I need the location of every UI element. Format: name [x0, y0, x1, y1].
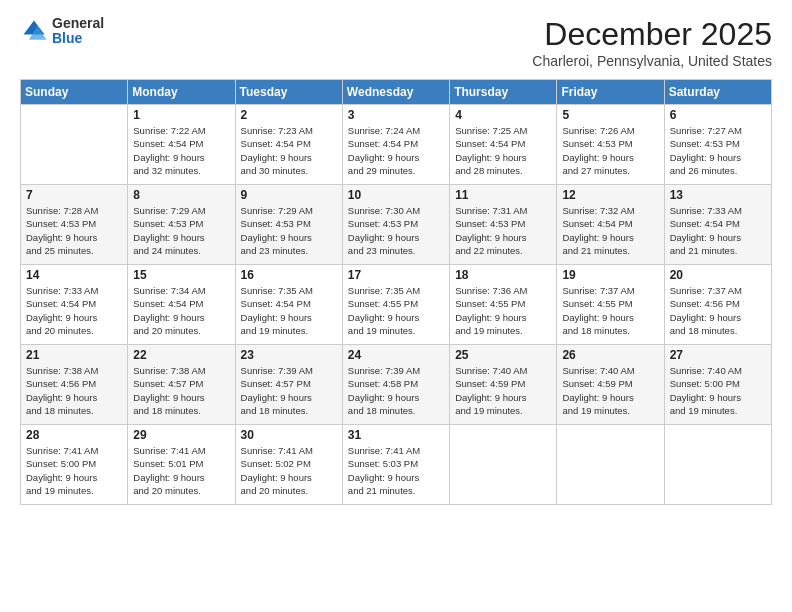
day-number: 27	[670, 348, 766, 362]
table-row: 17Sunrise: 7:35 AM Sunset: 4:55 PM Dayli…	[342, 265, 449, 345]
col-saturday: Saturday	[664, 80, 771, 105]
day-info: Sunrise: 7:41 AM Sunset: 5:03 PM Dayligh…	[348, 444, 444, 497]
day-info: Sunrise: 7:39 AM Sunset: 4:57 PM Dayligh…	[241, 364, 337, 417]
day-number: 30	[241, 428, 337, 442]
calendar-week-row: 28Sunrise: 7:41 AM Sunset: 5:00 PM Dayli…	[21, 425, 772, 505]
day-info: Sunrise: 7:27 AM Sunset: 4:53 PM Dayligh…	[670, 124, 766, 177]
day-number: 16	[241, 268, 337, 282]
day-info: Sunrise: 7:32 AM Sunset: 4:54 PM Dayligh…	[562, 204, 658, 257]
day-info: Sunrise: 7:30 AM Sunset: 4:53 PM Dayligh…	[348, 204, 444, 257]
calendar-week-row: 1Sunrise: 7:22 AM Sunset: 4:54 PM Daylig…	[21, 105, 772, 185]
page: General Blue December 2025 Charleroi, Pe…	[0, 0, 792, 612]
logo-general-text: General	[52, 16, 104, 31]
col-tuesday: Tuesday	[235, 80, 342, 105]
day-info: Sunrise: 7:36 AM Sunset: 4:55 PM Dayligh…	[455, 284, 551, 337]
table-row: 11Sunrise: 7:31 AM Sunset: 4:53 PM Dayli…	[450, 185, 557, 265]
table-row: 29Sunrise: 7:41 AM Sunset: 5:01 PM Dayli…	[128, 425, 235, 505]
col-monday: Monday	[128, 80, 235, 105]
day-info: Sunrise: 7:38 AM Sunset: 4:56 PM Dayligh…	[26, 364, 122, 417]
day-info: Sunrise: 7:35 AM Sunset: 4:54 PM Dayligh…	[241, 284, 337, 337]
day-info: Sunrise: 7:28 AM Sunset: 4:53 PM Dayligh…	[26, 204, 122, 257]
day-number: 2	[241, 108, 337, 122]
day-info: Sunrise: 7:38 AM Sunset: 4:57 PM Dayligh…	[133, 364, 229, 417]
day-number: 25	[455, 348, 551, 362]
table-row: 19Sunrise: 7:37 AM Sunset: 4:55 PM Dayli…	[557, 265, 664, 345]
day-info: Sunrise: 7:41 AM Sunset: 5:01 PM Dayligh…	[133, 444, 229, 497]
day-number: 26	[562, 348, 658, 362]
table-row: 30Sunrise: 7:41 AM Sunset: 5:02 PM Dayli…	[235, 425, 342, 505]
day-number: 10	[348, 188, 444, 202]
day-info: Sunrise: 7:23 AM Sunset: 4:54 PM Dayligh…	[241, 124, 337, 177]
day-number: 17	[348, 268, 444, 282]
day-number: 11	[455, 188, 551, 202]
logo-blue-text: Blue	[52, 31, 104, 46]
table-row: 8Sunrise: 7:29 AM Sunset: 4:53 PM Daylig…	[128, 185, 235, 265]
table-row: 3Sunrise: 7:24 AM Sunset: 4:54 PM Daylig…	[342, 105, 449, 185]
logo-icon	[20, 17, 48, 45]
table-row: 2Sunrise: 7:23 AM Sunset: 4:54 PM Daylig…	[235, 105, 342, 185]
table-row	[21, 105, 128, 185]
day-info: Sunrise: 7:35 AM Sunset: 4:55 PM Dayligh…	[348, 284, 444, 337]
day-info: Sunrise: 7:39 AM Sunset: 4:58 PM Dayligh…	[348, 364, 444, 417]
day-number: 4	[455, 108, 551, 122]
day-number: 1	[133, 108, 229, 122]
day-info: Sunrise: 7:37 AM Sunset: 4:55 PM Dayligh…	[562, 284, 658, 337]
table-row: 24Sunrise: 7:39 AM Sunset: 4:58 PM Dayli…	[342, 345, 449, 425]
day-info: Sunrise: 7:26 AM Sunset: 4:53 PM Dayligh…	[562, 124, 658, 177]
day-number: 31	[348, 428, 444, 442]
table-row: 21Sunrise: 7:38 AM Sunset: 4:56 PM Dayli…	[21, 345, 128, 425]
table-row: 15Sunrise: 7:34 AM Sunset: 4:54 PM Dayli…	[128, 265, 235, 345]
table-row: 4Sunrise: 7:25 AM Sunset: 4:54 PM Daylig…	[450, 105, 557, 185]
day-number: 20	[670, 268, 766, 282]
table-row: 27Sunrise: 7:40 AM Sunset: 5:00 PM Dayli…	[664, 345, 771, 425]
calendar-header-row: Sunday Monday Tuesday Wednesday Thursday…	[21, 80, 772, 105]
calendar-week-row: 21Sunrise: 7:38 AM Sunset: 4:56 PM Dayli…	[21, 345, 772, 425]
table-row: 12Sunrise: 7:32 AM Sunset: 4:54 PM Dayli…	[557, 185, 664, 265]
day-info: Sunrise: 7:22 AM Sunset: 4:54 PM Dayligh…	[133, 124, 229, 177]
day-info: Sunrise: 7:29 AM Sunset: 4:53 PM Dayligh…	[241, 204, 337, 257]
day-number: 19	[562, 268, 658, 282]
day-number: 23	[241, 348, 337, 362]
day-info: Sunrise: 7:37 AM Sunset: 4:56 PM Dayligh…	[670, 284, 766, 337]
col-wednesday: Wednesday	[342, 80, 449, 105]
title-location: Charleroi, Pennsylvania, United States	[532, 53, 772, 69]
table-row: 31Sunrise: 7:41 AM Sunset: 5:03 PM Dayli…	[342, 425, 449, 505]
table-row: 25Sunrise: 7:40 AM Sunset: 4:59 PM Dayli…	[450, 345, 557, 425]
day-info: Sunrise: 7:33 AM Sunset: 4:54 PM Dayligh…	[26, 284, 122, 337]
table-row: 7Sunrise: 7:28 AM Sunset: 4:53 PM Daylig…	[21, 185, 128, 265]
table-row	[450, 425, 557, 505]
day-number: 9	[241, 188, 337, 202]
title-month: December 2025	[532, 16, 772, 53]
day-info: Sunrise: 7:31 AM Sunset: 4:53 PM Dayligh…	[455, 204, 551, 257]
day-info: Sunrise: 7:33 AM Sunset: 4:54 PM Dayligh…	[670, 204, 766, 257]
day-info: Sunrise: 7:25 AM Sunset: 4:54 PM Dayligh…	[455, 124, 551, 177]
table-row: 20Sunrise: 7:37 AM Sunset: 4:56 PM Dayli…	[664, 265, 771, 345]
logo: General Blue	[20, 16, 104, 47]
table-row: 22Sunrise: 7:38 AM Sunset: 4:57 PM Dayli…	[128, 345, 235, 425]
title-block: December 2025 Charleroi, Pennsylvania, U…	[532, 16, 772, 69]
day-number: 15	[133, 268, 229, 282]
header: General Blue December 2025 Charleroi, Pe…	[20, 16, 772, 69]
day-number: 21	[26, 348, 122, 362]
table-row: 14Sunrise: 7:33 AM Sunset: 4:54 PM Dayli…	[21, 265, 128, 345]
table-row: 23Sunrise: 7:39 AM Sunset: 4:57 PM Dayli…	[235, 345, 342, 425]
table-row	[557, 425, 664, 505]
day-info: Sunrise: 7:41 AM Sunset: 5:00 PM Dayligh…	[26, 444, 122, 497]
day-number: 12	[562, 188, 658, 202]
table-row: 6Sunrise: 7:27 AM Sunset: 4:53 PM Daylig…	[664, 105, 771, 185]
table-row: 16Sunrise: 7:35 AM Sunset: 4:54 PM Dayli…	[235, 265, 342, 345]
day-info: Sunrise: 7:29 AM Sunset: 4:53 PM Dayligh…	[133, 204, 229, 257]
day-number: 5	[562, 108, 658, 122]
table-row: 13Sunrise: 7:33 AM Sunset: 4:54 PM Dayli…	[664, 185, 771, 265]
day-number: 13	[670, 188, 766, 202]
col-sunday: Sunday	[21, 80, 128, 105]
day-number: 3	[348, 108, 444, 122]
col-thursday: Thursday	[450, 80, 557, 105]
day-number: 18	[455, 268, 551, 282]
day-number: 14	[26, 268, 122, 282]
day-info: Sunrise: 7:40 AM Sunset: 5:00 PM Dayligh…	[670, 364, 766, 417]
day-info: Sunrise: 7:40 AM Sunset: 4:59 PM Dayligh…	[455, 364, 551, 417]
col-friday: Friday	[557, 80, 664, 105]
calendar-table: Sunday Monday Tuesday Wednesday Thursday…	[20, 79, 772, 505]
day-info: Sunrise: 7:24 AM Sunset: 4:54 PM Dayligh…	[348, 124, 444, 177]
